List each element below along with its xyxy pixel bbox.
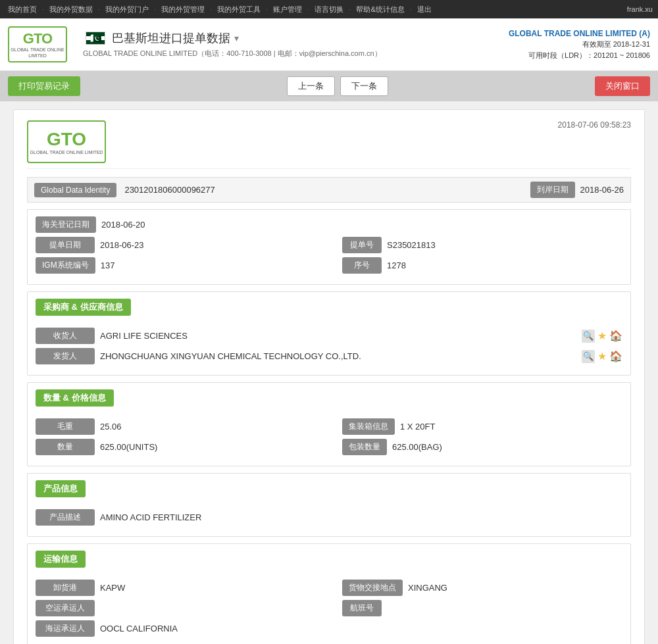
pakistan-flag: 🇵🇰 <box>86 32 105 45</box>
main-content: GTO GLOBAL TRADE ONLINE LIMITED 2018-07-… <box>0 101 658 644</box>
receiver-value: AGRI LIFE SCIENCES <box>100 331 576 341</box>
nav-trade-portal[interactable]: 我的外贸门户 <box>103 5 151 14</box>
product-desc-row: 产品描述 AMINO ACID FERTILIZER <box>36 509 622 526</box>
prev-button-top[interactable]: 上一条 <box>287 76 335 96</box>
igm-value: 137 <box>101 260 329 270</box>
doc-logo: GTO GLOBAL TRADE ONLINE LIMITED <box>27 120 106 163</box>
sender-value: ZHONGCHUANG XINGYUAN CHEMICAL TECHNOLOGY… <box>100 351 576 361</box>
package-weight-value: 625.00(BAG) <box>392 442 622 452</box>
igm-row: IGM系统编号 137 序号 1278 <box>36 257 622 274</box>
product-header-row: 产品信息 <box>36 480 622 503</box>
top-navigation: 我的首页 · 我的外贸数据 · 我的外贸门户 · 我的外贸管理 · 我的外贸工具… <box>0 0 658 18</box>
transport-header-row: 运输信息 <box>36 551 622 573</box>
quantity-price-header: 数量 & 价格信息 <box>36 389 114 407</box>
nav-account[interactable]: 账户管理 <box>270 5 305 14</box>
quantity-left: 数量 625.00(UNITS) <box>36 439 329 455</box>
next-button-top[interactable]: 下一条 <box>340 76 388 96</box>
sender-home-icon[interactable]: 🏠 <box>609 350 622 363</box>
sea-carrier-left: 海运承运人 OOCL CALIFORNIA <box>36 620 622 637</box>
quantity-row: 数量 625.00(UNITS) 包装数量 625.00(BAG) <box>36 439 622 455</box>
quantity-price-section: 数量 & 价格信息 毛重 25.06 集装箱信息 1 X 20FT 数量 625… <box>27 382 631 466</box>
bill-date-label: 提单日期 <box>36 237 95 253</box>
product-section: 产品信息 产品描述 AMINO ACID FERTILIZER <box>27 473 631 537</box>
document-card: GTO GLOBAL TRADE ONLINE LIMITED 2018-07-… <box>13 109 645 644</box>
sender-row: 发货人 ZHONGCHUANG XINGYUAN CHEMICAL TECHNO… <box>36 348 622 364</box>
customs-reg-date-left: 海关登记日期 2018-06-20 <box>36 216 622 233</box>
document-timestamp: 2018-07-06 09:58:23 <box>558 120 631 130</box>
gross-weight-label: 毛重 <box>36 418 95 435</box>
air-carrier-label: 空运承运人 <box>36 600 95 616</box>
company-name-header: GLOBAL TRADE ONLINE LIMITED (A) <box>509 29 650 38</box>
sender-star-icon[interactable]: ★ <box>597 350 607 363</box>
discharge-port-label: 卸货港 <box>36 580 95 596</box>
receiver-action-icons: 🔍 ★ 🏠 <box>582 330 622 343</box>
transport-section-header: 运输信息 <box>36 551 86 568</box>
nav-home[interactable]: 我的首页 <box>5 5 39 14</box>
customs-reg-date-label: 海关登记日期 <box>36 216 96 233</box>
doc-logo-box: GTO GLOBAL TRADE ONLINE LIMITED <box>27 120 106 163</box>
product-section-header: 产品信息 <box>36 480 86 497</box>
quantity-label: 数量 <box>36 439 95 455</box>
sea-carrier-value: OOCL CALIFORNIA <box>100 624 622 633</box>
quantity-value: 625.00(UNITS) <box>100 442 329 452</box>
doc-logo-sub: GLOBAL TRADE ONLINE LIMITED <box>30 150 103 155</box>
receiver-home-icon[interactable]: 🏠 <box>609 330 622 343</box>
logo-sub-text: GLOBAL TRADE ONLINE LIMITED <box>9 47 66 59</box>
receiver-row: 收货人 AGRI LIFE SCIENCES 🔍 ★ 🏠 <box>36 328 622 344</box>
receiver-star-icon[interactable]: ★ <box>597 330 607 343</box>
package-weight-label: 包装数量 <box>342 439 387 455</box>
header-middle: 🇵🇰 巴基斯坦进口提单数据 ▾ GLOBAL TRADE ONLINE LIMI… <box>78 30 509 59</box>
discharge-port-value: KAPW <box>100 583 329 593</box>
discharge-row: 卸货港 KAPW 货物交接地点 XINGANG <box>36 580 622 596</box>
nav-trade-tools[interactable]: 我的外贸工具 <box>215 5 263 14</box>
action-bar-top: 打印贸易记录 上一条 下一条 关闭窗口 <box>0 71 658 101</box>
sender-left: 发货人 ZHONGCHUANG XINGYUAN CHEMICAL TECHNO… <box>36 348 576 364</box>
ldr-range: 可用时段（LDR）：201201 ~ 201806 <box>509 51 650 61</box>
nav-buttons-top: 上一条 下一条 <box>287 76 388 96</box>
nav-trade-manage[interactable]: 我的外贸管理 <box>159 5 207 14</box>
sender-label: 发货人 <box>36 348 95 364</box>
customs-reg-date-value: 2018-06-20 <box>101 220 622 230</box>
nav-logout[interactable]: 退出 <box>415 5 434 14</box>
container-right: 集装箱信息 1 X 20FT <box>329 418 622 435</box>
product-desc-value: AMINO ACID FERTILIZER <box>100 512 622 522</box>
bill-date-left: 提单日期 2018-06-23 <box>36 237 329 253</box>
logo-area: GTO GLOBAL TRADE ONLINE LIMITED <box>8 26 67 62</box>
customs-reg-date-row: 海关登记日期 2018-06-20 <box>36 216 622 233</box>
delivery-label: 货物交接地点 <box>342 580 403 596</box>
receiver-label: 收货人 <box>36 328 95 344</box>
valid-until: 有效期至 2018-12-31 <box>509 39 650 49</box>
gross-weight-left: 毛重 25.06 <box>36 418 329 435</box>
gdi-date-value: 2018-06-26 <box>580 185 624 195</box>
current-user: frank.xu <box>627 5 653 13</box>
doc-logo-gto: GTO <box>47 129 86 150</box>
company-logo: GTO GLOBAL TRADE ONLINE LIMITED <box>8 26 67 62</box>
dropdown-arrow-icon[interactable]: ▾ <box>234 33 239 43</box>
nav-trade-data[interactable]: 我的外贸数据 <box>47 5 95 14</box>
delivery-right: 货物交接地点 XINGANG <box>329 580 622 596</box>
close-button-top[interactable]: 关闭窗口 <box>595 76 650 96</box>
receiver-search-icon[interactable]: 🔍 <box>582 330 595 343</box>
sea-carrier-row: 海运承运人 OOCL CALIFORNIA <box>36 620 622 637</box>
air-carrier-row: 空运承运人 航班号 <box>36 600 622 616</box>
delivery-value: XINGANG <box>408 583 622 593</box>
nav-language[interactable]: 语言切换 <box>312 5 346 14</box>
seq-right: 序号 1278 <box>329 257 622 274</box>
page-title: 巴基斯坦进口提单数据 <box>112 30 230 46</box>
igm-left: IGM系统编号 137 <box>36 257 329 274</box>
bill-no-value: S235021813 <box>387 240 622 250</box>
voyage-right: 航班号 <box>329 600 622 616</box>
bill-date-row: 提单日期 2018-06-23 提单号 S235021813 <box>36 237 622 253</box>
product-desc-left: 产品描述 AMINO ACID FERTILIZER <box>36 509 622 526</box>
nav-help[interactable]: 帮助&统计信息 <box>353 5 407 14</box>
transport-section: 运输信息 卸货港 KAPW 货物交接地点 XINGANG 空运承运人 航班号 <box>27 543 631 644</box>
print-button-top[interactable]: 打印贸易记录 <box>8 76 80 96</box>
quantity-price-header-row: 数量 & 价格信息 <box>36 389 622 412</box>
customs-section: 海关登记日期 2018-06-20 提单日期 2018-06-23 提单号 S2… <box>27 209 631 285</box>
bill-date-value: 2018-06-23 <box>100 240 329 250</box>
gross-weight-row: 毛重 25.06 集装箱信息 1 X 20FT <box>36 418 622 435</box>
nav-links: 我的首页 · 我的外贸数据 · 我的外贸门户 · 我的外贸管理 · 我的外贸工具… <box>5 5 434 14</box>
sender-search-icon[interactable]: 🔍 <box>582 350 595 363</box>
gdi-date-label: 到岸日期 <box>530 182 575 198</box>
buyer-supplier-header-row: 采购商 & 供应商信息 <box>36 299 622 321</box>
